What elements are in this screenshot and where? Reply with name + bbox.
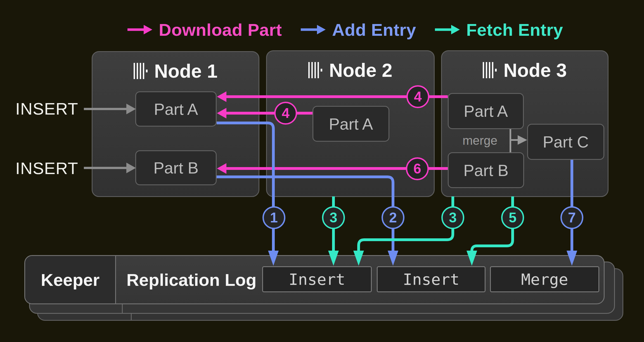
node-3-title: Node 3 (442, 60, 608, 81)
keeper-section: Keeper (25, 256, 116, 303)
badge-label: 7 (568, 210, 576, 226)
clickhouse-icon (134, 63, 149, 79)
step-badge-3a: 3 (322, 206, 345, 229)
legend-item-fetch-entry: Fetch Entry (434, 19, 563, 40)
part-label: Part A (329, 115, 373, 133)
add-entry-arrow-icon (300, 20, 326, 39)
log-entry-label: Insert (289, 270, 345, 288)
legend-item-download-part: Download Part (126, 19, 282, 40)
keeper-label: Keeper (41, 270, 100, 290)
fetch-entry-arrow-icon (434, 20, 460, 39)
step-badge-6: 6 (406, 157, 429, 180)
node1-part-b: Part B (135, 150, 217, 185)
part-label: Part A (154, 100, 198, 118)
replication-log-title: Replication Log (117, 256, 266, 303)
step-badge-3b: 3 (441, 206, 464, 229)
node1-part-a: Part A (135, 91, 217, 127)
clickhouse-icon (483, 62, 498, 79)
node3-part-c: Part C (527, 124, 604, 160)
legend-label: Download Part (159, 20, 282, 40)
step-badge-5: 5 (501, 206, 524, 229)
badge-label: 6 (413, 161, 421, 177)
clickhouse-icon (308, 62, 323, 79)
node2-part-a: Part A (312, 106, 389, 142)
badge-label: 2 (389, 210, 397, 226)
step-badge-1: 1 (262, 206, 285, 229)
part-label: Part B (463, 161, 508, 180)
download-part-arrow-icon (126, 20, 153, 39)
merge-label: merge (452, 134, 508, 148)
step-badge-7: 7 (560, 206, 583, 229)
part-label: Part C (543, 132, 589, 151)
node3-part-a: Part A (448, 93, 524, 129)
node-title-label: Node 2 (329, 59, 392, 81)
badge-label: 3 (449, 210, 457, 226)
log-entry-label: Insert (403, 270, 459, 288)
badge-label: 5 (509, 210, 517, 226)
insert-label-2: INSERT (10, 159, 78, 178)
replication-diagram: Download Part Add Entry Fetch Entry INSE… (0, 0, 644, 342)
badge-label: 1 (270, 210, 278, 226)
legend-label: Add Entry (332, 20, 416, 40)
part-label: Part A (464, 102, 508, 120)
badge-label: 4 (414, 89, 422, 105)
fetch-entry-lines (333, 196, 513, 251)
node-1-title: Node 1 (93, 60, 259, 82)
legend-label: Fetch Entry (466, 20, 563, 40)
node3-part-b: Part B (448, 152, 524, 188)
insert-label-1: INSERT (10, 99, 78, 118)
log-entry-merge: Merge (490, 266, 599, 292)
log-entry-insert-1: Insert (262, 266, 372, 292)
node-2-title: Node 2 (267, 60, 434, 81)
step-badge-4-node2: 4 (274, 102, 297, 125)
badge-label: 4 (282, 105, 290, 121)
step-badge-2: 2 (382, 206, 404, 229)
badge-label: 3 (330, 210, 337, 226)
log-entry-insert-2: Insert (377, 266, 486, 292)
legend-item-add-entry: Add Entry (300, 19, 416, 40)
node-title-label: Node 3 (503, 59, 567, 81)
node-title-label: Node 1 (154, 60, 218, 82)
log-entry-label: Merge (521, 270, 568, 288)
step-badge-4-node3: 4 (406, 85, 429, 108)
part-label: Part B (153, 158, 198, 177)
